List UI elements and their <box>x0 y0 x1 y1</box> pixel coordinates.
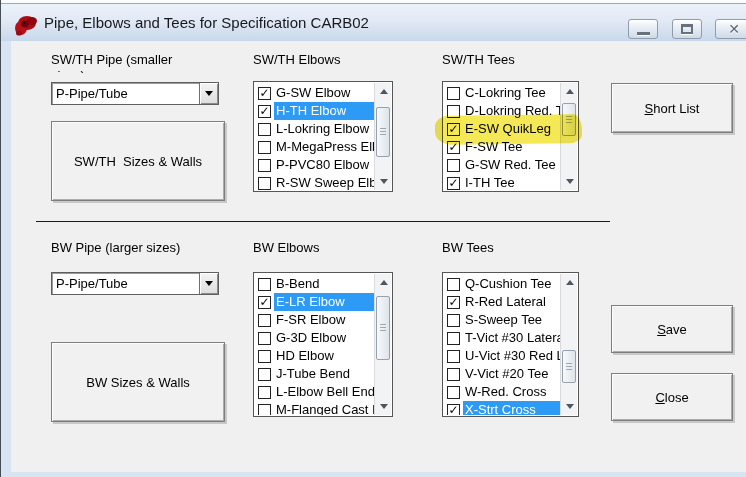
scrollbar-thumb[interactable] <box>376 296 390 360</box>
checkbox-unchecked-icon[interactable] <box>258 332 271 345</box>
checkbox-unchecked-icon[interactable] <box>447 278 460 291</box>
maximize-button[interactable] <box>672 19 702 39</box>
scrollbar-grip-icon <box>380 128 386 136</box>
red-splat-icon <box>13 15 39 37</box>
checkbox-unchecked-icon[interactable] <box>258 141 271 154</box>
checkbox-unchecked-icon[interactable] <box>258 123 271 136</box>
bw-pipe-combo-dropdown-button[interactable] <box>199 273 218 294</box>
list-item[interactable]: M-MegaPress Elb <box>255 138 374 156</box>
list-item-label: H-TH Elbow <box>274 102 374 120</box>
scrollbar-thumb[interactable] <box>562 350 576 383</box>
list-item[interactable]: U-Vict #30 Red L <box>444 347 560 365</box>
checkbox-unchecked-icon[interactable] <box>258 386 271 399</box>
scroll-down-button[interactable] <box>561 173 578 190</box>
short-list-button[interactable]: Short List <box>611 83 733 133</box>
list-item-label: R-SW Sweep Elb <box>274 174 374 190</box>
bw-sizes-walls-button[interactable]: BW Sizes & Walls <box>51 342 225 422</box>
checkbox-unchecked-icon[interactable] <box>258 278 271 291</box>
checkbox-unchecked-icon[interactable] <box>258 404 271 416</box>
sw-pipe-combo-value: P-Pipe/Tube <box>52 83 199 104</box>
list-item[interactable]: Q-Cushion Tee <box>444 275 560 293</box>
minimize-button[interactable] <box>628 19 658 39</box>
checkbox-unchecked-icon[interactable] <box>447 314 460 327</box>
checkbox-checked-icon[interactable]: ✓ <box>447 177 460 190</box>
scroll-down-button[interactable] <box>561 398 578 415</box>
list-item-label: S-Sweep Tee <box>463 311 560 329</box>
list-item[interactable]: W-Red. Cross <box>444 383 560 401</box>
checkbox-unchecked-icon[interactable] <box>447 159 460 172</box>
scroll-up-button[interactable] <box>375 274 392 291</box>
bw-tees-label: BW Tees <box>442 240 494 255</box>
checkbox-checked-icon[interactable]: ✓ <box>258 296 271 309</box>
checkbox-unchecked-icon[interactable] <box>258 177 271 190</box>
checkbox-checked-icon[interactable]: ✓ <box>447 296 460 309</box>
bw-tees-listbox[interactable]: Q-Cushion Tee✓R-Red LateralS-Sweep TeeT-… <box>442 272 579 417</box>
list-item-label: C-Lokring Tee <box>463 84 560 102</box>
sw-elbows-listbox[interactable]: ✓G-SW Elbow✓H-TH ElbowL-Lokring ElbowM-M… <box>253 81 393 192</box>
scroll-down-button[interactable] <box>375 173 392 190</box>
list-item[interactable]: ✓R-Red Lateral <box>444 293 560 311</box>
scrollbar-thumb[interactable] <box>376 107 390 157</box>
checkbox-checked-icon[interactable]: ✓ <box>258 105 271 118</box>
list-item[interactable]: L-Lokring Elbow <box>255 120 374 138</box>
titlebar[interactable]: Pipe, Elbows and Tees for Specification … <box>0 0 746 41</box>
list-item[interactable]: G-SW Red. Tee <box>444 156 560 174</box>
list-item[interactable]: L-Elbow Bell End <box>255 383 374 401</box>
list-item[interactable]: P-PVC80 Elbow <box>255 156 374 174</box>
list-item[interactable]: J-Tube Bend <box>255 365 374 383</box>
close-action-button[interactable]: Close <box>611 373 733 421</box>
checkbox-unchecked-icon[interactable] <box>258 314 271 327</box>
scroll-up-button[interactable] <box>375 83 392 100</box>
sw-pipe-combo-dropdown-button[interactable] <box>199 83 218 104</box>
list-item[interactable]: ✓G-SW Elbow <box>255 84 374 102</box>
scroll-down-button[interactable] <box>375 398 392 415</box>
list-item[interactable]: HD Elbow <box>255 347 374 365</box>
checkbox-unchecked-icon[interactable] <box>447 332 460 345</box>
scroll-up-button[interactable] <box>561 83 578 100</box>
checkbox-unchecked-icon[interactable] <box>447 386 460 399</box>
checkbox-unchecked-icon[interactable] <box>258 368 271 381</box>
list-item[interactable]: ✓H-TH Elbow <box>255 102 374 120</box>
sw-elbows-scrollbar[interactable] <box>374 83 391 190</box>
list-item[interactable]: C-Lokring Tee <box>444 84 560 102</box>
list-item[interactable]: V-Vict #20 Tee <box>444 365 560 383</box>
list-item[interactable]: M-Flanged Cast I <box>255 401 374 415</box>
list-item-label: U-Vict #30 Red L <box>463 347 560 365</box>
bw-pipe-label: BW Pipe (larger sizes) <box>51 240 180 255</box>
checkbox-unchecked-icon[interactable] <box>447 350 460 363</box>
list-item-label: M-Flanged Cast I <box>274 401 374 415</box>
checkbox-checked-icon[interactable]: ✓ <box>447 404 460 416</box>
close-button[interactable]: ✕ <box>715 19 746 39</box>
sw-sizes-walls-button[interactable]: SW/TH Sizes & Walls <box>51 121 225 201</box>
checkbox-unchecked-icon[interactable] <box>447 368 460 381</box>
dialog-client-area: SW/TH Pipe (smallersizes) P-Pipe/Tube SW… <box>11 41 746 472</box>
list-item-label: G-SW Elbow <box>274 84 374 102</box>
checkbox-unchecked-icon[interactable] <box>447 87 460 100</box>
checkbox-checked-icon[interactable]: ✓ <box>258 87 271 100</box>
bw-tees-scrollbar[interactable] <box>560 274 577 415</box>
sw-pipe-combobox[interactable]: P-Pipe/Tube <box>51 82 219 105</box>
list-item[interactable]: T-Vict #30 Latera <box>444 329 560 347</box>
list-item[interactable]: ✓E-LR Elbow <box>255 293 374 311</box>
list-item[interactable]: F-SR Elbow <box>255 311 374 329</box>
list-item[interactable]: ✓I-TH Tee <box>444 174 560 190</box>
highlighter-mark <box>435 114 582 145</box>
checkbox-unchecked-icon[interactable] <box>258 350 271 363</box>
bw-elbows-scrollbar[interactable] <box>374 274 391 415</box>
bw-pipe-combobox[interactable]: P-Pipe/Tube <box>51 272 219 295</box>
bw-elbows-listbox[interactable]: B-Bend✓E-LR ElbowF-SR ElbowG-3D ElbowHD … <box>253 272 393 417</box>
list-item[interactable]: ✓X-Strt Cross <box>444 401 560 415</box>
list-item[interactable]: S-Sweep Tee <box>444 311 560 329</box>
chevron-down-icon <box>205 281 213 286</box>
sw-pipe-label: SW/TH Pipe (smallersizes) <box>51 52 231 73</box>
list-item-label: G-3D Elbow <box>274 329 374 347</box>
section-divider <box>36 221 610 222</box>
save-button[interactable]: Save <box>611 305 733 353</box>
scroll-up-icon <box>566 280 574 285</box>
scroll-up-button[interactable] <box>561 274 578 291</box>
list-item[interactable]: R-SW Sweep Elb <box>255 174 374 190</box>
list-item[interactable]: G-3D Elbow <box>255 329 374 347</box>
checkbox-unchecked-icon[interactable] <box>258 159 271 172</box>
list-item-label: M-MegaPress Elb <box>274 138 374 156</box>
list-item[interactable]: B-Bend <box>255 275 374 293</box>
